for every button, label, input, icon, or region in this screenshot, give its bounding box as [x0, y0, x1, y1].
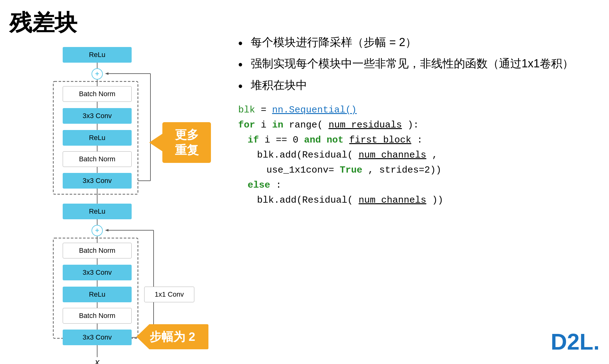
code-and-not: and not	[304, 135, 344, 145]
svg-marker-24	[105, 229, 108, 231]
code-block: blk = nn.Sequential() for i in range( nu…	[238, 102, 596, 208]
code-close2: ))	[432, 195, 443, 205]
code-true: True	[340, 165, 362, 175]
code-range-label: range(	[289, 120, 323, 130]
callout-more: 更多重复	[162, 122, 211, 163]
block-batchnorm1: Batch Norm	[63, 86, 132, 102]
block-batchnorm2: Batch Norm	[63, 151, 132, 167]
code-line-4: blk.add(Residual( num_channels ,	[238, 148, 596, 163]
block-relu-bot1: ReLu	[63, 204, 132, 219]
page-title: 残差块	[9, 8, 77, 38]
d2l-logo: D2L.	[551, 329, 600, 355]
block-relu-mid: ReLu	[63, 130, 132, 146]
code-first-block: first_block	[349, 135, 411, 145]
bullet-item-3: 堆积在块中	[238, 77, 596, 93]
plus-circle-bot: +	[92, 225, 103, 236]
block-relu-bot2: ReLu	[63, 287, 132, 302]
bullet-item-2: 强制实现每个模块中一些非常见，非线性的函数（通过1x1卷积）	[238, 56, 596, 71]
code-var-blk: blk	[238, 105, 255, 115]
block-conv1x1: 1x1 Conv	[144, 287, 194, 302]
code-num-channels1: num_channels	[359, 150, 426, 160]
code-num-residuals: num_residuals	[328, 120, 402, 130]
code-line-7: blk.add(Residual( num_channels ))	[238, 193, 596, 208]
block-conv3: 3x3 Conv	[63, 265, 132, 280]
diagram-wrapper: x ReLu + Batch Norm 3x3 Conv ReLu	[22, 41, 216, 364]
code-sequential: nn.Sequential()	[272, 105, 357, 115]
content-section: 每个模块进行降采样（步幅 = 2） 强制实现每个模块中一些非常见，非线性的函数（…	[238, 9, 596, 355]
bullet-item-1: 每个模块进行降采样（步幅 = 2）	[238, 34, 596, 50]
code-i1: i	[261, 120, 272, 130]
code-if: if	[248, 135, 259, 145]
code-colon2: :	[276, 180, 281, 190]
callout-stride: 步幅为 2	[136, 324, 208, 349]
code-in: in	[272, 120, 283, 130]
code-use1x1: use_1x1conv=	[266, 165, 334, 175]
code-line-3: if i == 0 and not first_block :	[238, 133, 596, 148]
code-line-5: use_1x1conv= True , strides=2))	[238, 163, 596, 178]
svg-marker-12	[105, 72, 108, 75]
block-conv2: 3x3 Conv	[63, 173, 132, 189]
code-line-2: for i in range( num_residuals ):	[238, 117, 596, 133]
code-cond: i == 0	[265, 135, 304, 145]
bullet-list: 每个模块进行降采样（步幅 = 2） 强制实现每个模块中一些非常见，非线性的函数（…	[238, 34, 596, 93]
plus-circle-top: +	[92, 68, 103, 80]
code-blk-add2: blk.add(Residual(	[257, 195, 353, 205]
code-colon1: :	[417, 135, 423, 145]
code-line-1: blk = nn.Sequential()	[238, 102, 596, 117]
block-batchnorm3: Batch Norm	[63, 243, 132, 258]
code-range-close: ):	[407, 120, 419, 130]
block-batchnorm4: Batch Norm	[63, 308, 132, 324]
code-comma1: ,	[432, 150, 438, 160]
code-else: else	[248, 180, 270, 190]
code-blk-add1: blk.add(Residual(	[257, 150, 353, 160]
diagram-section: x ReLu + Batch Norm 3x3 Conv ReLu	[13, 41, 226, 355]
code-num-channels2: num_channels	[359, 195, 426, 205]
block-conv1: 3x3 Conv	[63, 108, 132, 124]
svg-text:x: x	[94, 357, 100, 364]
code-for: for	[238, 120, 255, 130]
block-conv4: 3x3 Conv	[63, 330, 132, 345]
code-line-6: else :	[238, 178, 596, 193]
code-eq: =	[261, 105, 272, 115]
block-relu-top: ReLu	[63, 47, 132, 63]
code-strides: , strides=2))	[368, 165, 441, 175]
